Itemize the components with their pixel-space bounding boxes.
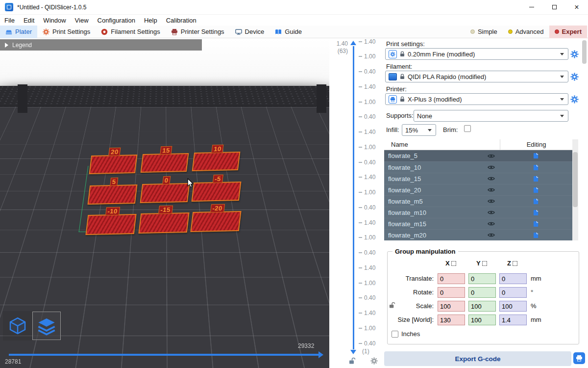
eye-icon[interactable] <box>482 221 500 226</box>
scrollbar-thumb[interactable] <box>573 152 578 207</box>
axis-z-header[interactable]: Z <box>507 260 517 267</box>
printer-gear-button[interactable] <box>570 95 579 104</box>
filament-combo[interactable]: QIDI PLA Rapido (modified) <box>385 71 568 82</box>
layer-slider-top-layer: (63) <box>329 48 348 54</box>
group-manipulation-title: Group manipulation <box>392 248 458 255</box>
print-profile-icon <box>389 50 397 58</box>
list-item-flowrate_10[interactable]: flowrate_10 <box>384 161 578 173</box>
menu-window[interactable]: Window <box>39 15 70 26</box>
rotate-z-field[interactable] <box>499 287 527 298</box>
edit-icon[interactable] <box>500 221 572 227</box>
minimize-button[interactable] <box>520 0 543 15</box>
uniform-scale-lock-icon[interactable] <box>389 302 395 309</box>
print-settings-combo[interactable]: 0.20mm Fine (modified) <box>385 48 568 60</box>
list-item-flowrate_m20[interactable]: flowrate_m20 <box>384 229 578 240</box>
edit-icon[interactable] <box>500 198 572 205</box>
size-y-field[interactable] <box>468 315 496 325</box>
qidislicer-window: *Untitled - QIDISlicer-1.0.5 File Edit W… <box>0 0 588 368</box>
filament-gear-button[interactable] <box>570 73 579 81</box>
model-flowrate-10[interactable]: 10 <box>192 152 241 171</box>
eye-icon[interactable] <box>482 233 500 237</box>
menu-configuration[interactable]: Configuration <box>93 15 140 26</box>
tab-plater[interactable]: Plater <box>0 26 37 38</box>
view-layers-button[interactable] <box>33 312 60 340</box>
rotate-y-field[interactable] <box>468 287 496 298</box>
eye-icon[interactable] <box>482 199 500 204</box>
export-gcode-button[interactable]: Export G-code <box>384 351 571 366</box>
list-item-flowrate_m5[interactable]: flowrate_m5 <box>384 195 578 207</box>
menu-edit[interactable]: Edit <box>19 15 39 26</box>
eye-icon[interactable] <box>482 154 500 158</box>
model-flowrate-m5[interactable]: -5 <box>192 182 242 202</box>
list-item-flowrate_20[interactable]: flowrate_20 <box>384 184 578 195</box>
rotate-row: Rotate: ° <box>388 287 579 298</box>
model-flowrate-15[interactable]: 15 <box>141 153 189 173</box>
translate-z-field[interactable] <box>499 273 527 284</box>
model-flowrate-5[interactable]: 5 <box>88 184 138 205</box>
axis-y-header[interactable]: Y <box>476 260 487 267</box>
axis-x-header[interactable]: X <box>445 260 456 267</box>
close-button[interactable] <box>565 0 588 15</box>
slider-gear-icon[interactable] <box>370 357 378 365</box>
menu-file[interactable]: File <box>0 15 19 26</box>
horizontal-move-slider[interactable] <box>9 354 318 356</box>
tick-label: 1.40 <box>359 310 375 316</box>
list-item-flowrate_15[interactable]: flowrate_15 <box>384 173 578 184</box>
viewport-3d[interactable]: 20 15 10 5 0 -5 -10 -15 -20 Legend <box>0 38 329 368</box>
print-settings-gear-button[interactable] <box>570 50 579 58</box>
model-flowrate-m15[interactable]: -15 <box>138 212 189 234</box>
tab-device[interactable]: Device <box>230 26 270 38</box>
mode-expert[interactable]: Expert <box>549 26 587 38</box>
translate-x-field[interactable] <box>438 273 465 284</box>
menu-calibration[interactable]: Calibration <box>162 15 201 26</box>
tab-printer-settings[interactable]: Printer Settings <box>166 26 230 38</box>
rotate-x-field[interactable] <box>438 287 465 298</box>
edit-icon[interactable] <box>500 210 572 216</box>
lock-icon <box>400 74 405 79</box>
inches-checkbox[interactable] <box>392 331 398 338</box>
scale-x-field[interactable] <box>438 301 465 312</box>
printer-icon <box>576 355 583 362</box>
list-item-flowrate_m10[interactable]: flowrate_m10 <box>384 207 578 218</box>
size-x-field[interactable] <box>438 315 465 325</box>
eye-icon[interactable] <box>482 176 500 181</box>
model-flowrate-m10[interactable]: -10 <box>85 214 136 235</box>
edit-icon[interactable] <box>500 232 572 238</box>
layer-slider[interactable] <box>353 46 354 349</box>
edit-icon[interactable] <box>500 187 572 193</box>
legend-bar[interactable]: Legend <box>0 39 202 51</box>
menu-help[interactable]: Help <box>140 15 162 26</box>
send-to-printer-button[interactable] <box>573 352 585 364</box>
edit-icon[interactable] <box>500 164 572 171</box>
tab-filament-settings[interactable]: Filament Settings <box>96 26 165 38</box>
mode-simple[interactable]: Simple <box>465 26 503 38</box>
scale-y-field[interactable] <box>468 301 496 312</box>
scale-z-field[interactable] <box>499 301 527 312</box>
tab-guide[interactable]: Guide <box>270 26 307 38</box>
supports-combo[interactable]: None <box>414 110 568 122</box>
menu-view[interactable]: View <box>71 15 93 26</box>
eye-icon[interactable] <box>482 187 500 192</box>
translate-y-field[interactable] <box>468 273 496 284</box>
tab-print-settings[interactable]: Print Settings <box>37 26 96 38</box>
size-z-field[interactable] <box>499 315 527 325</box>
edit-icon[interactable] <box>500 176 572 182</box>
object-list-scrollbar[interactable] <box>572 139 578 240</box>
brim-checkbox[interactable] <box>464 125 471 132</box>
slider-lock-icon[interactable] <box>349 357 356 365</box>
bed-post <box>317 84 326 113</box>
maximize-button[interactable] <box>543 0 565 15</box>
mode-advanced[interactable]: Advanced <box>503 26 549 38</box>
eye-icon[interactable] <box>482 210 500 215</box>
list-item-flowrate_m15[interactable]: flowrate_m15 <box>384 218 578 229</box>
model-flowrate-0[interactable]: 0 <box>140 183 190 203</box>
model-flowrate-m20[interactable]: -20 <box>190 211 241 232</box>
infill-combo[interactable]: 15% <box>402 124 436 136</box>
model-flowrate-20[interactable]: 20 <box>89 155 138 174</box>
printer-combo[interactable]: X-Plus 3 (modified) <box>385 93 568 105</box>
list-item-flowrate_5[interactable]: flowrate_5 <box>384 150 578 161</box>
edit-icon[interactable] <box>500 153 572 159</box>
view-3d-button[interactable] <box>4 312 31 340</box>
eye-icon[interactable] <box>482 165 500 170</box>
sidebar-scrollbar-thumb[interactable] <box>582 40 587 64</box>
